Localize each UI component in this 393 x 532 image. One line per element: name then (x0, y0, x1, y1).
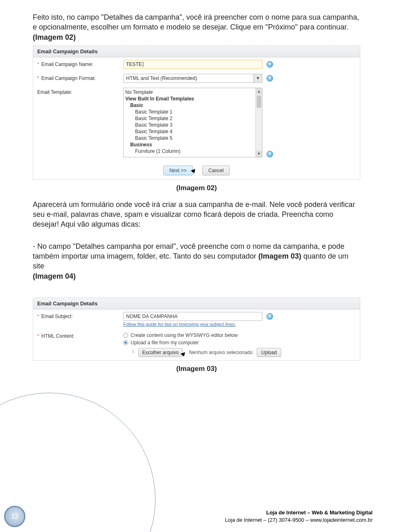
cancel-button[interactable]: Cancel (202, 166, 230, 175)
intro-text: Feito isto, no campo "Detalhes da campan… (33, 13, 359, 31)
row-email-subject: * Email Subject: NOME DA CAMPANHA ? Foll… (33, 309, 360, 329)
intro-ref: (Imagem 02) (33, 33, 76, 41)
panel-header: Email Campaign Details (33, 46, 360, 57)
cursor-icon (180, 352, 186, 358)
scroll-thumb[interactable] (257, 95, 261, 108)
help-icon[interactable]: ? (267, 151, 273, 157)
required-asterisk: * (37, 333, 39, 339)
label-email-template: Email Template: (37, 88, 123, 95)
required-asterisk: * (37, 75, 39, 81)
panel-header: Email Campaign Details (33, 298, 360, 309)
page-footer: 12 Loja de Internet – Web & Marketing Di… (0, 506, 393, 527)
campaign-format-select[interactable]: HTML and Text (Recommended) ▼ (123, 74, 262, 83)
label-html-content: * HTML Content: (37, 332, 123, 339)
list-item[interactable]: Basic Template 4 (125, 128, 260, 135)
row-html-content: * HTML Content: Create content using the… (33, 329, 360, 360)
row-email-template: Email Template: No Template View Built I… (33, 85, 360, 160)
radio-wysiwyg[interactable]: Create content using the WYSIWYG editor … (123, 332, 237, 339)
list-item[interactable]: View Built In Email Templates (125, 95, 260, 102)
email-subject-input[interactable]: NOME DA CAMPANHA (123, 312, 262, 321)
template-listbox[interactable]: No Template View Built In Email Template… (123, 88, 262, 157)
list-item[interactable]: Basic Template 5 (125, 135, 260, 141)
radio-icon (123, 333, 128, 338)
caption-image-02: (Imagem 02) (33, 184, 360, 192)
list-item[interactable]: Basic Template 3 (125, 122, 260, 128)
radio-upload[interactable]: Upload a file from my computer (123, 339, 199, 346)
caption-image-03: (Imagem 03) (33, 365, 360, 373)
button-row: Next >> Cancel (33, 160, 360, 180)
tree-elbow-icon: └ (131, 350, 137, 355)
row-campaign-name: * Email Campaign Name: TESTE ? (33, 57, 360, 71)
radio-icon (123, 340, 128, 345)
scrollbar[interactable]: ▲ ▼ (255, 88, 262, 157)
intro-paragraph: Feito isto, no campo "Detalhes da campan… (33, 12, 360, 42)
middle-paragraph-1: Aparecerá um formulário onde você irá cr… (33, 200, 360, 230)
help-icon[interactable]: ? (267, 61, 273, 68)
label-campaign-name: * Email Campaign Name: (37, 60, 123, 67)
next-button[interactable]: Next >> (163, 166, 193, 175)
screenshot-image-03: Email Campaign Details * Email Subject: … (33, 298, 360, 361)
chevron-down-icon: ▼ (253, 74, 262, 82)
scroll-down-icon[interactable]: ▼ (256, 150, 262, 157)
scroll-up-icon[interactable]: ▲ (256, 88, 262, 95)
help-icon[interactable]: ? (267, 313, 273, 320)
page-number-badge: 12 (4, 506, 25, 527)
choose-file-button[interactable]: Escolher arquivo (138, 348, 182, 357)
campaign-name-input[interactable]: TESTE (123, 60, 262, 69)
no-file-text: Nenhum arquivo selecionado (189, 350, 253, 355)
subject-tip-link[interactable]: Follow this guide for tips on improving … (123, 321, 236, 327)
screenshot-image-02: Email Campaign Details * Email Campaign … (33, 45, 360, 180)
row-campaign-format: * Email Campaign Format: HTML and Text (… (33, 71, 360, 85)
upload-row: └ Escolher arquivo Nenhum arquivo seleci… (123, 346, 283, 358)
help-icon[interactable]: ? (267, 75, 273, 82)
list-item: Business (125, 141, 260, 148)
required-asterisk: * (37, 61, 39, 67)
list-item[interactable]: No Template (125, 89, 260, 95)
required-asterisk: * (37, 314, 39, 319)
footer-text: Loja de Internet – Web & Marketing Digit… (225, 509, 373, 523)
label-campaign-format: * Email Campaign Format: (37, 74, 123, 81)
label-email-subject: * Email Subject: (37, 312, 123, 319)
list-item[interactable]: Furniture (1 Column) (125, 148, 260, 155)
middle-paragraph-2: - No campo "Detalhes campanha por email"… (33, 241, 360, 281)
list-item[interactable]: Basic Template 2 (125, 115, 260, 122)
upload-button[interactable]: Upload (257, 348, 281, 357)
list-item: Basic (125, 102, 260, 109)
list-item[interactable]: Basic Template 1 (125, 109, 260, 115)
